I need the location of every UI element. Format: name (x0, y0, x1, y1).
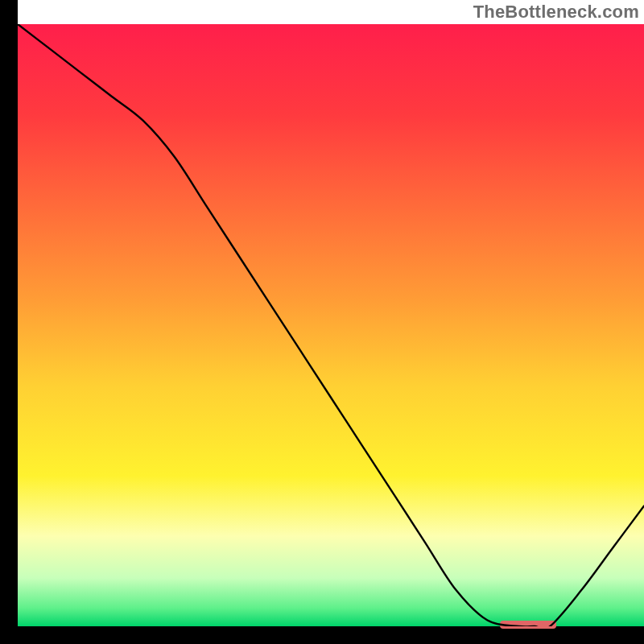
chart-stage: TheBottleneck.com (0, 0, 644, 644)
y-axis (0, 0, 18, 644)
bottleneck-chart (0, 0, 644, 644)
x-axis (0, 626, 644, 644)
watermark-text: TheBottleneck.com (473, 2, 639, 23)
gradient-background (18, 24, 644, 626)
